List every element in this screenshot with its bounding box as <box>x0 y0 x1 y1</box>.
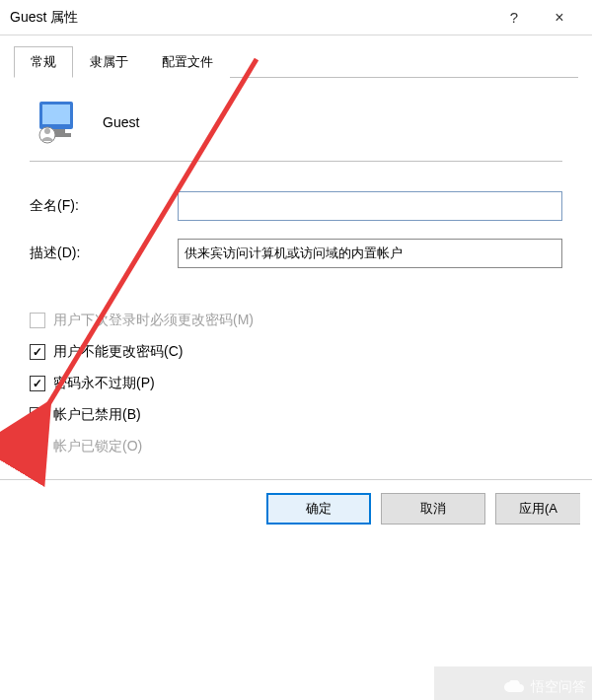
fullname-row: 全名(F): <box>30 191 562 221</box>
svg-point-5 <box>44 128 50 134</box>
cloud-icon <box>503 680 525 694</box>
check-never-expires[interactable]: 密码永不过期(P) <box>30 375 562 392</box>
check-label: 密码永不过期(P) <box>53 375 155 392</box>
description-label: 描述(D): <box>30 245 178 262</box>
check-account-disabled[interactable]: 帐户已禁用(B) <box>30 406 562 424</box>
ok-button[interactable]: 确定 <box>266 493 371 525</box>
user-name: Guest <box>103 114 139 130</box>
apply-button[interactable]: 应用(A <box>495 493 580 525</box>
tab-memberof[interactable]: 隶属于 <box>73 46 145 78</box>
close-button[interactable]: × <box>537 0 582 35</box>
check-label: 用户不能更改密码(C) <box>53 343 183 361</box>
tab-general[interactable]: 常规 <box>14 46 73 78</box>
check-account-locked: 帐户已锁定(O) <box>30 438 562 455</box>
client-area: 常规 隶属于 配置文件 Guest 全名(F): <box>0 35 592 538</box>
button-row: 确定 取消 应用(A <box>266 493 580 525</box>
description-row: 描述(D): <box>30 239 562 268</box>
cancel-button[interactable]: 取消 <box>381 493 485 525</box>
svg-rect-1 <box>42 105 70 124</box>
user-icon <box>34 98 83 147</box>
checkbox-icon <box>30 376 45 391</box>
watermark: 悟空问答 <box>503 678 586 696</box>
checkbox-icon <box>30 439 45 455</box>
check-label: 帐户已锁定(O) <box>53 438 142 455</box>
separator <box>30 161 562 162</box>
tab-strip: 常规 隶属于 配置文件 <box>14 45 578 78</box>
help-button[interactable]: ? <box>491 0 537 35</box>
checkbox-icon <box>30 344 45 360</box>
tab-profile[interactable]: 配置文件 <box>145 46 230 78</box>
check-cannot-change[interactable]: 用户不能更改密码(C) <box>30 343 562 361</box>
titlebar: Guest 属性 ? × <box>0 0 592 35</box>
tab-panel-general: Guest 全名(F): 描述(D): 用户下次登录时必须更改密码(M) 用户不… <box>14 78 578 479</box>
check-label: 帐户已禁用(B) <box>53 406 141 424</box>
checkbox-group: 用户下次登录时必须更改密码(M) 用户不能更改密码(C) 密码永不过期(P) 帐… <box>30 312 562 455</box>
user-header: Guest <box>30 98 562 147</box>
fullname-label: 全名(F): <box>30 197 178 215</box>
checkbox-icon <box>30 313 45 328</box>
window-title: Guest 属性 <box>10 9 491 27</box>
description-input[interactable] <box>178 239 562 268</box>
check-must-change: 用户下次登录时必须更改密码(M) <box>30 312 562 329</box>
checkbox-icon <box>30 407 45 423</box>
fullname-input[interactable] <box>178 191 562 221</box>
check-label: 用户下次登录时必须更改密码(M) <box>53 312 254 329</box>
watermark-text: 悟空问答 <box>531 678 586 696</box>
